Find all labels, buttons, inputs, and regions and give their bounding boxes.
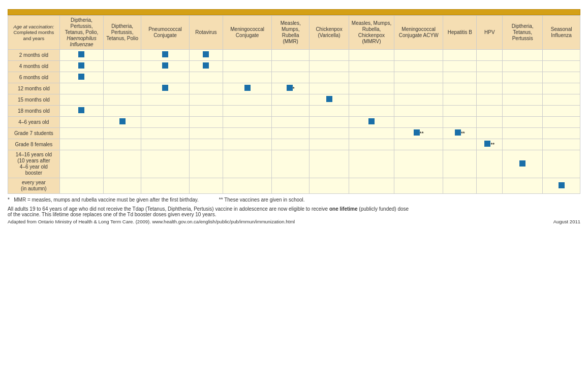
vaccine-cell-dtp_polio bbox=[104, 72, 141, 83]
vaccine-cell-mmr bbox=[272, 178, 310, 194]
vaccine-mark bbox=[203, 51, 209, 57]
vaccine-cell-dtp_polio bbox=[104, 128, 141, 139]
vaccine-cell-seasonal_flu bbox=[543, 50, 580, 61]
vaccine-cell-seasonal_flu bbox=[543, 61, 580, 72]
vaccine-cell-chickenpox bbox=[310, 50, 349, 61]
vaccine-cell-mmr bbox=[272, 128, 310, 139]
vaccine-cell-dtp_adult bbox=[503, 106, 543, 117]
col-chickenpox: Chickenpox (Varicella) bbox=[310, 16, 349, 50]
vaccine-mark bbox=[368, 118, 375, 124]
vaccine-cell-chickenpox bbox=[310, 83, 349, 94]
footer-date: August 2011 bbox=[553, 219, 580, 224]
vaccine-cell-dtp_polio bbox=[104, 61, 141, 72]
vaccine-cell-hep_b: ** bbox=[443, 128, 477, 139]
vaccine-cell-dtap_hib bbox=[59, 106, 103, 117]
table-row: 6 months old bbox=[8, 72, 580, 83]
vaccine-cell-dtap_hib bbox=[59, 72, 103, 83]
col-dtap-hib: Diptheria, Pertussis, Tetanus, Polio, Ha… bbox=[59, 16, 103, 50]
vaccine-cell-pneumo bbox=[141, 150, 190, 178]
footnote-school: ** These vaccines are given in school. bbox=[219, 197, 305, 203]
vaccine-mark-doublestar bbox=[414, 129, 420, 136]
vaccine-cell-hep_b bbox=[443, 94, 477, 106]
age-cell: 15 months old bbox=[8, 94, 60, 106]
vaccine-cell-mmrv bbox=[349, 117, 394, 128]
vaccine-cell-meningo_conj bbox=[223, 61, 272, 72]
age-cell: Grade 7 students bbox=[8, 128, 60, 139]
vaccine-cell-dtp_adult bbox=[503, 50, 543, 61]
vaccine-cell-hep_b bbox=[443, 106, 477, 117]
vaccine-cell-rota bbox=[189, 72, 223, 83]
table-row: every year (in autumn) bbox=[8, 178, 580, 194]
footnote-mmr: * MMR = measles, mumps and rubella vacci… bbox=[8, 197, 199, 203]
vaccine-cell-seasonal_flu bbox=[543, 139, 580, 150]
vaccine-cell-chickenpox bbox=[310, 139, 349, 150]
vaccine-cell-chickenpox bbox=[310, 150, 349, 178]
vaccine-cell-meningo_conj bbox=[223, 83, 272, 94]
vaccine-cell-pneumo bbox=[141, 83, 190, 94]
table-row: 4 months old bbox=[8, 61, 580, 72]
vaccine-mark bbox=[78, 51, 84, 57]
vaccine-cell-mmrv bbox=[349, 94, 394, 106]
vaccine-cell-dtap_hib bbox=[59, 178, 103, 194]
vaccine-cell-seasonal_flu bbox=[543, 150, 580, 178]
vaccine-cell-pneumo bbox=[141, 72, 190, 83]
vaccine-cell-mmr bbox=[272, 117, 310, 128]
vaccine-cell-seasonal_flu bbox=[543, 94, 580, 106]
vaccine-cell-mmr bbox=[272, 94, 310, 106]
vaccine-mark bbox=[78, 62, 84, 69]
vaccine-cell-dtp_polio bbox=[104, 94, 141, 106]
immunization-table: Age at vaccination:Completed months and … bbox=[8, 15, 580, 194]
vaccine-cell-rota bbox=[189, 128, 223, 139]
vaccine-cell-pneumo bbox=[141, 128, 190, 139]
vaccine-cell-hpv bbox=[477, 61, 503, 72]
col-seasonal-flu: Seasonal Influenza bbox=[543, 16, 580, 50]
table-row: 4–6 years old bbox=[8, 117, 580, 128]
age-cell: 2 months old bbox=[8, 50, 60, 61]
vaccine-cell-rota bbox=[189, 50, 223, 61]
vaccine-cell-meningo_acyw bbox=[394, 83, 443, 94]
vaccine-cell-mmr bbox=[272, 139, 310, 150]
vaccine-cell-pneumo bbox=[141, 106, 190, 117]
vaccine-cell-mmrv bbox=[349, 83, 394, 94]
vaccine-cell-hpv bbox=[477, 83, 503, 94]
vaccine-cell-dtap_hib bbox=[59, 128, 103, 139]
vaccine-mark bbox=[78, 107, 84, 113]
vaccine-cell-seasonal_flu bbox=[543, 178, 580, 194]
vaccine-cell-seasonal_flu bbox=[543, 106, 580, 117]
vaccine-cell-chickenpox bbox=[310, 72, 349, 83]
vaccine-cell-mmrv bbox=[349, 128, 394, 139]
vaccine-cell-pneumo bbox=[141, 178, 190, 194]
vaccine-cell-meningo_acyw bbox=[394, 61, 443, 72]
vaccine-cell-pneumo bbox=[141, 94, 190, 106]
vaccine-cell-mmrv bbox=[349, 72, 394, 83]
vaccine-cell-chickenpox bbox=[310, 106, 349, 117]
vaccine-cell-seasonal_flu bbox=[543, 117, 580, 128]
vaccine-cell-hep_b bbox=[443, 139, 477, 150]
vaccine-cell-dtap_hib bbox=[59, 150, 103, 178]
vaccine-cell-meningo_conj bbox=[223, 139, 272, 150]
table-row: 14–16 years old (10 years after 4–6 year… bbox=[8, 150, 580, 178]
vaccine-cell-chickenpox bbox=[310, 61, 349, 72]
vaccine-cell-mmrv bbox=[349, 61, 394, 72]
vaccine-mark bbox=[162, 85, 168, 91]
vaccine-cell-rota bbox=[189, 150, 223, 178]
vaccine-cell-hpv bbox=[477, 50, 503, 61]
vaccine-cell-dtp_polio bbox=[104, 139, 141, 150]
col-pneumo: Pneumococcal Conjugate bbox=[141, 16, 190, 50]
vaccine-cell-meningo_conj bbox=[223, 128, 272, 139]
vaccine-mark bbox=[203, 62, 209, 69]
vaccine-cell-meningo_conj bbox=[223, 117, 272, 128]
table-row: 18 months old bbox=[8, 106, 580, 117]
vaccine-cell-mmr bbox=[272, 150, 310, 178]
vaccine-cell-hep_b bbox=[443, 83, 477, 94]
vaccine-cell-seasonal_flu bbox=[543, 72, 580, 83]
vaccine-cell-chickenpox bbox=[310, 178, 349, 194]
vaccine-cell-hep_b bbox=[443, 72, 477, 83]
vaccine-cell-pneumo bbox=[141, 50, 190, 61]
vaccine-cell-dtp_adult bbox=[503, 128, 543, 139]
vaccine-cell-chickenpox bbox=[310, 128, 349, 139]
vaccine-mark bbox=[244, 85, 251, 91]
vaccine-cell-dtp_polio bbox=[104, 106, 141, 117]
vaccine-cell-hpv bbox=[477, 117, 503, 128]
vaccine-cell-dtp_adult bbox=[503, 72, 543, 83]
